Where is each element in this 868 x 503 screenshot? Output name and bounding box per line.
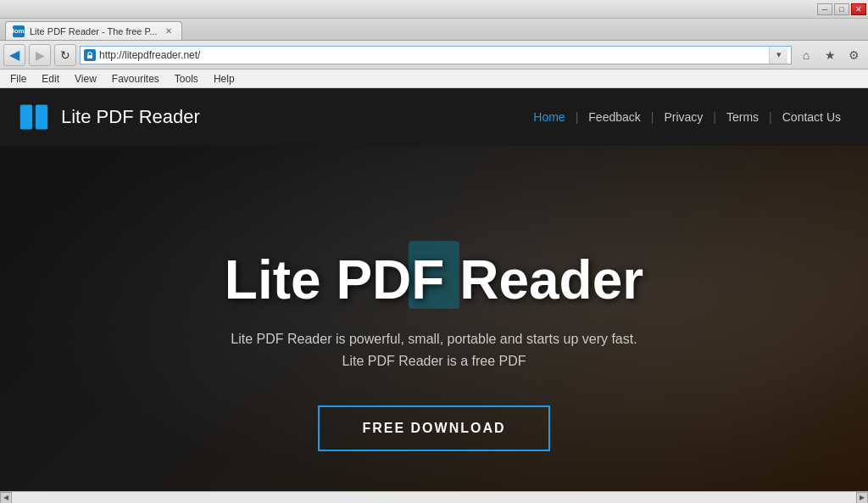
browser-frame: ─ □ ✕ Home Lite PDF Reader - The free P.… bbox=[0, 0, 868, 503]
window-controls: ─ □ ✕ bbox=[817, 3, 866, 15]
scroll-left-button[interactable]: ◀ bbox=[0, 492, 12, 504]
restore-button[interactable]: □ bbox=[834, 3, 849, 15]
browser-tab[interactable]: Home Lite PDF Reader - The free P... ✕ bbox=[5, 21, 182, 40]
scroll-right-button[interactable]: ▶ bbox=[856, 492, 868, 504]
hero-section: Lite PDF Reader Home | Feedback | Privac… bbox=[0, 88, 868, 503]
hero-subtitle: Lite PDF Reader is powerful, small, port… bbox=[225, 328, 643, 372]
toolbar-buttons: ⌂ ★ ⚙ bbox=[795, 44, 865, 66]
nav-home[interactable]: Home bbox=[523, 110, 575, 124]
site-header: Lite PDF Reader Home | Feedback | Privac… bbox=[0, 88, 868, 146]
menu-file[interactable]: File bbox=[3, 71, 33, 87]
svg-rect-1 bbox=[20, 105, 32, 130]
refresh-button[interactable]: ↻ bbox=[54, 44, 76, 66]
menu-tools[interactable]: Tools bbox=[168, 71, 205, 87]
site-name: Lite PDF Reader bbox=[61, 106, 200, 128]
horizontal-scrollbar: ◀ ▶ bbox=[0, 491, 868, 503]
menu-help[interactable]: Help bbox=[207, 71, 242, 87]
svg-rect-0 bbox=[87, 55, 92, 59]
favorites-button[interactable]: ★ bbox=[819, 44, 841, 66]
url-text: http://litepdfreader.net/ bbox=[99, 49, 769, 61]
web-content: Lite PDF Reader Home | Feedback | Privac… bbox=[0, 88, 868, 503]
nav-feedback[interactable]: Feedback bbox=[578, 110, 650, 124]
home-button[interactable]: ⌂ bbox=[795, 44, 817, 66]
scroll-track[interactable] bbox=[12, 492, 856, 503]
hero-title: Lite PDF Reader bbox=[225, 249, 643, 311]
hero-content: Lite PDF Reader Lite PDF Reader is power… bbox=[225, 198, 643, 451]
title-bar: ─ □ ✕ bbox=[0, 0, 868, 19]
nav-contact[interactable]: Contact Us bbox=[772, 110, 851, 124]
menu-bar: File Edit View Favourites Tools Help bbox=[0, 70, 868, 88]
nav-privacy[interactable]: Privacy bbox=[654, 110, 713, 124]
tab-bar: Home Lite PDF Reader - The free P... ✕ bbox=[0, 19, 868, 41]
menu-favourites[interactable]: Favourites bbox=[105, 71, 166, 87]
url-bar[interactable]: http://litepdfreader.net/ ▾ bbox=[80, 46, 792, 64]
forward-button[interactable]: ▶ bbox=[29, 44, 51, 66]
url-search-button[interactable]: ▾ bbox=[769, 47, 787, 64]
svg-rect-2 bbox=[36, 105, 47, 130]
tab-title: Lite PDF Reader - The free P... bbox=[30, 26, 158, 36]
close-button[interactable]: ✕ bbox=[851, 3, 866, 15]
logo-icon bbox=[17, 100, 51, 134]
minimize-button[interactable]: ─ bbox=[817, 3, 832, 15]
download-button[interactable]: FREE DOWNLOAD bbox=[318, 405, 549, 451]
lock-icon bbox=[84, 49, 96, 61]
site-logo: Lite PDF Reader bbox=[17, 100, 200, 134]
settings-button[interactable]: ⚙ bbox=[843, 44, 865, 66]
tab-favicon: Home bbox=[13, 25, 25, 37]
address-bar: ◀ ▶ ↻ http://litepdfreader.net/ ▾ ⌂ ★ ⚙ bbox=[0, 41, 868, 70]
site-navigation: Home | Feedback | Privacy | Terms | Cont… bbox=[523, 110, 851, 124]
menu-edit[interactable]: Edit bbox=[35, 71, 66, 87]
back-button[interactable]: ◀ bbox=[3, 44, 25, 66]
nav-terms[interactable]: Terms bbox=[716, 110, 769, 124]
tab-close-button[interactable]: ✕ bbox=[163, 25, 175, 37]
menu-view[interactable]: View bbox=[68, 71, 103, 87]
